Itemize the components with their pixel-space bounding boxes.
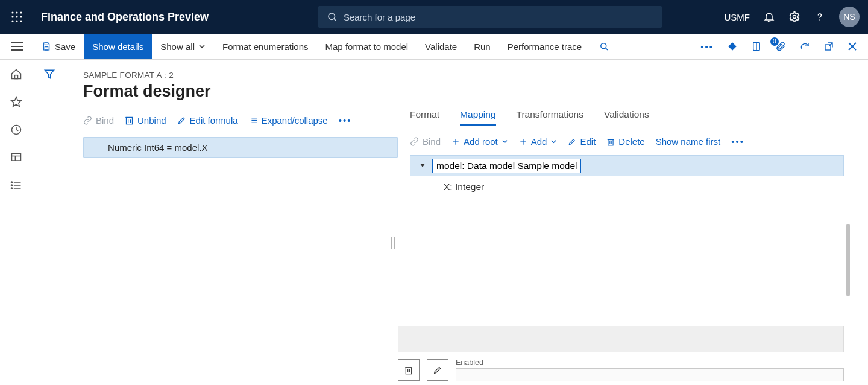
svg-rect-17 xyxy=(45,47,48,50)
tab-format[interactable]: Format xyxy=(410,109,439,126)
mapping-toolbar-overflow-icon[interactable]: ••• xyxy=(731,136,744,147)
find-button[interactable] xyxy=(590,34,618,59)
svg-point-12 xyxy=(819,19,820,21)
app-title: Finance and Operations Preview xyxy=(34,11,209,24)
breadcrumb: SAMPLE FORMAT A : 2 xyxy=(83,71,868,80)
show-name-first-button[interactable]: Show name first xyxy=(656,136,721,147)
help-icon[interactable] xyxy=(814,11,826,23)
favorites-star-icon[interactable] xyxy=(10,96,22,108)
show-all-label: Show all xyxy=(160,42,195,52)
scrollbar[interactable] xyxy=(846,224,850,296)
modules-list-icon[interactable] xyxy=(10,179,22,191)
user-avatar[interactable]: NS xyxy=(839,7,860,27)
app-launcher-icon[interactable] xyxy=(0,0,34,34)
svg-rect-27 xyxy=(15,75,18,79)
bind-button: Bind xyxy=(83,115,114,126)
edit-formula-label: Edit formula xyxy=(190,115,238,126)
format-tree-row-label: Numeric Int64 = model.X xyxy=(108,142,208,153)
svg-point-4 xyxy=(16,16,17,18)
refresh-icon[interactable] xyxy=(799,41,810,52)
mapping-toolbar: Bind Add root Add Edit xyxy=(410,136,868,147)
svg-point-18 xyxy=(601,43,606,49)
svg-rect-40 xyxy=(127,117,133,124)
svg-rect-54 xyxy=(608,139,613,145)
run-button[interactable]: Run xyxy=(465,34,499,59)
mapping-tree-child-row[interactable]: X: Integer xyxy=(410,176,844,197)
top-header: Finance and Operations Preview USMF NS xyxy=(0,0,868,34)
nav-toggle-icon[interactable] xyxy=(0,42,33,51)
workspaces-icon[interactable] xyxy=(10,151,22,164)
close-icon[interactable] xyxy=(848,42,857,51)
notifications-icon[interactable] xyxy=(763,11,775,23)
settings-gear-icon[interactable] xyxy=(788,11,800,23)
save-disk-icon xyxy=(42,42,51,51)
right-tabs: Format Mapping Transformations Validatio… xyxy=(410,109,868,126)
add-button[interactable]: Add xyxy=(519,136,558,147)
svg-marker-58 xyxy=(420,164,425,167)
svg-rect-61 xyxy=(406,368,411,374)
save-button[interactable]: Save xyxy=(33,34,84,59)
mapping-tree-root-row[interactable]: model: Data model Sample model xyxy=(410,155,844,176)
filter-funnel-icon[interactable] xyxy=(43,68,55,385)
recent-clock-icon[interactable] xyxy=(10,124,22,136)
format-enumerations-button[interactable]: Format enumerations xyxy=(214,34,317,59)
map-format-to-model-button[interactable]: Map format to model xyxy=(317,34,417,59)
save-label: Save xyxy=(55,42,75,52)
command-bar: Save Show details Show all Format enumer… xyxy=(0,34,868,60)
mapping-bind-button: Bind xyxy=(410,136,441,147)
svg-point-11 xyxy=(793,16,796,19)
global-search[interactable] xyxy=(318,6,662,28)
svg-point-2 xyxy=(20,11,22,13)
home-icon[interactable] xyxy=(10,68,22,80)
left-toolbar-overflow-icon[interactable]: ••• xyxy=(339,115,352,126)
svg-point-0 xyxy=(11,11,13,13)
svg-point-3 xyxy=(11,16,13,18)
page-options-icon[interactable] xyxy=(751,41,762,52)
overflow-menu-icon[interactable]: ••• xyxy=(700,42,714,52)
detail-delete-button[interactable] xyxy=(398,359,420,381)
tab-validations[interactable]: Validations xyxy=(604,109,649,126)
svg-marker-20 xyxy=(728,42,737,51)
format-tree-row[interactable]: Numeric Int64 = model.X xyxy=(83,137,398,158)
company-picker[interactable]: USMF xyxy=(724,12,750,22)
expand-collapse-button[interactable]: Expand/collapse xyxy=(249,115,328,126)
add-root-button[interactable]: Add root xyxy=(451,136,508,147)
filter-rail xyxy=(33,60,66,385)
svg-marker-28 xyxy=(11,97,22,107)
expand-collapse-label: Expand/collapse xyxy=(262,115,328,126)
svg-point-38 xyxy=(11,188,12,189)
svg-point-37 xyxy=(11,185,12,186)
performance-trace-button[interactable]: Performance trace xyxy=(499,34,590,59)
left-toolbar: Bind Unbind Edit formula Expand/collapse xyxy=(83,109,398,131)
svg-point-5 xyxy=(20,16,22,18)
page-title: Format designer xyxy=(83,82,868,101)
mapping-edit-button[interactable]: Edit xyxy=(568,136,596,147)
detail-edit-button[interactable] xyxy=(427,359,448,381)
options-icon[interactable] xyxy=(727,41,738,52)
svg-point-7 xyxy=(16,20,17,22)
enabled-field-label: Enabled xyxy=(456,358,844,367)
edit-formula-button[interactable]: Edit formula xyxy=(177,115,238,126)
enabled-field-input[interactable] xyxy=(456,368,844,381)
svg-point-6 xyxy=(11,20,13,22)
detail-panel xyxy=(398,326,844,352)
popout-icon[interactable] xyxy=(823,41,834,52)
attachments-badge: 0 xyxy=(770,37,779,46)
tab-mapping[interactable]: Mapping xyxy=(460,109,495,126)
show-all-button[interactable]: Show all xyxy=(152,34,214,59)
unbind-label: Unbind xyxy=(137,115,166,126)
mapping-tree-root-label: model: Data model Sample model xyxy=(432,159,581,173)
validate-button[interactable]: Validate xyxy=(417,34,465,59)
search-input[interactable] xyxy=(344,12,653,22)
svg-line-19 xyxy=(606,48,608,50)
mapping-delete-button[interactable]: Delete xyxy=(606,136,644,147)
svg-point-8 xyxy=(20,20,22,22)
chevron-collapse-icon[interactable] xyxy=(419,162,426,170)
pane-splitter-icon[interactable] xyxy=(391,236,395,250)
svg-line-10 xyxy=(334,19,336,21)
show-details-button[interactable]: Show details xyxy=(84,34,152,59)
attachments-button[interactable]: 0 xyxy=(775,41,786,52)
unbind-button[interactable]: Unbind xyxy=(125,115,166,126)
tab-transformations[interactable]: Transformations xyxy=(517,109,583,126)
show-details-label: Show details xyxy=(92,42,143,52)
